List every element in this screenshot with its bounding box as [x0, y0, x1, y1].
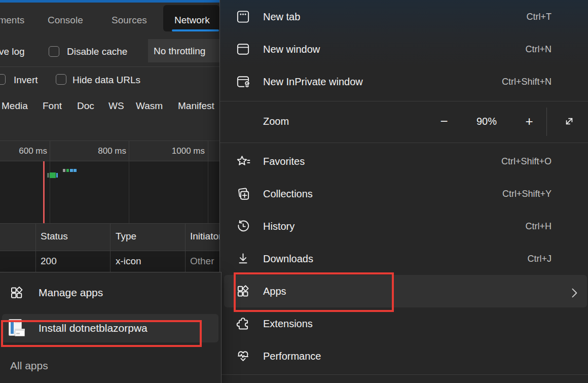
- tab-sources[interactable]: Sources: [112, 15, 147, 26]
- menu-item-label: New tab: [263, 11, 300, 23]
- extensions-icon: [236, 317, 250, 331]
- col-type[interactable]: Type: [116, 231, 136, 242]
- plus-glyph: +: [525, 114, 533, 129]
- tick-1000ms: 1000 ms: [129, 146, 205, 156]
- request-bar[interactable]: [66, 169, 69, 172]
- column-divider[interactable]: [110, 224, 111, 272]
- filter-manifest[interactable]: Manifest: [178, 100, 214, 112]
- waterfall-gridline: [129, 161, 129, 223]
- menu-item-shortcut: Ctrl+T: [527, 12, 552, 22]
- request-bar[interactable]: [56, 173, 58, 178]
- cell-initiator: Other: [190, 256, 214, 267]
- menu-separator: [220, 374, 588, 375]
- zoom-label: Zoom: [263, 116, 289, 127]
- menu-item-shortcut: Ctrl+N: [525, 44, 552, 55]
- menu-item-new-inprivate-window[interactable]: New InPrivate window Ctrl+Shift+N: [220, 66, 588, 97]
- new-window-icon: [236, 42, 250, 57]
- invert-checkbox[interactable]: [0, 74, 6, 85]
- tick-800ms: 800 ms: [50, 146, 126, 156]
- zoom-value: 90%: [466, 106, 507, 137]
- waterfall-gridline: [208, 161, 208, 223]
- column-divider[interactable]: [185, 224, 186, 272]
- favorites-icon: [236, 154, 250, 169]
- column-divider[interactable]: [35, 224, 36, 272]
- menu-item-extensions[interactable]: Extensions: [220, 308, 588, 339]
- new-tab-icon: [236, 10, 250, 24]
- menu-item-performance[interactable]: Performance: [220, 340, 588, 372]
- network-waterfall[interactable]: [0, 161, 219, 223]
- throttling-value: No throttling: [154, 46, 205, 57]
- filter-ws[interactable]: WS: [108, 100, 124, 112]
- active-tab-underline: [172, 29, 219, 31]
- hide-data-urls-checkbox[interactable]: [56, 74, 66, 85]
- history-icon: [236, 219, 250, 234]
- load-event-marker: [43, 161, 45, 223]
- menu-item-label: Extensions: [263, 318, 313, 330]
- col-status[interactable]: Status: [41, 231, 68, 242]
- menu-separator: [220, 101, 588, 101]
- downloads-icon: [236, 252, 250, 266]
- submenu-item-label: All apps: [10, 360, 48, 372]
- submenu-item-manage-apps[interactable]: Manage apps: [0, 278, 221, 307]
- menu-item-new-window[interactable]: New window Ctrl+N: [220, 33, 588, 65]
- menu-item-shortcut: Ctrl+Shift+Y: [502, 189, 552, 199]
- hide-data-urls-label: Hide data URLs: [72, 75, 140, 86]
- highlight-box-apps: [234, 272, 394, 312]
- inprivate-icon: [236, 75, 250, 89]
- submenu-item-all-apps[interactable]: All apps: [0, 354, 221, 378]
- filter-media[interactable]: Media: [2, 100, 28, 112]
- request-bar[interactable]: [70, 169, 73, 172]
- fullscreen-button[interactable]: [558, 106, 581, 137]
- timeline-ruler: 600 ms 800 ms 1000 ms: [0, 141, 219, 161]
- performance-icon: [236, 349, 250, 364]
- screen: Elements Console Sources Network Preserv…: [0, 0, 588, 383]
- ruler-gridline: [208, 141, 208, 161]
- manage-apps-icon: [9, 285, 24, 300]
- browser-menu: New tab Ctrl+T New window Ctrl+N New InP…: [219, 0, 588, 383]
- menu-item-shortcut: Ctrl+J: [527, 254, 552, 264]
- request-bar[interactable]: [47, 173, 49, 178]
- filter-wasm[interactable]: Wasm: [136, 100, 163, 112]
- collections-icon: [236, 187, 250, 201]
- minus-glyph: −: [440, 114, 448, 129]
- fullscreen-icon: [563, 115, 576, 128]
- zoom-in-button[interactable]: +: [518, 106, 541, 137]
- zoom-divider: [546, 108, 547, 136]
- zoom-out-button[interactable]: −: [432, 106, 456, 137]
- menu-item-favorites[interactable]: Favorites Ctrl+Shift+O: [220, 146, 588, 177]
- menu-item-shortcut: Ctrl+Shift+N: [502, 77, 552, 87]
- disable-cache-checkbox[interactable]: [49, 46, 59, 57]
- invert-label: Invert: [14, 75, 38, 86]
- menu-item-shortcut: Ctrl+Shift+O: [501, 156, 552, 167]
- requests-table: Status Type Initiator 200 x-icon Other: [0, 223, 219, 272]
- menu-item-label: History: [263, 221, 295, 232]
- devtools-focus-strip: [0, 0, 219, 3]
- tab-console[interactable]: Console: [48, 15, 83, 26]
- menu-item-history[interactable]: History Ctrl+H: [220, 211, 588, 242]
- menu-item-collections[interactable]: Collections Ctrl+Shift+Y: [220, 178, 588, 210]
- menu-item-label: New window: [263, 44, 320, 55]
- chevron-right-icon: [567, 286, 578, 297]
- waterfall-gridline: [50, 161, 50, 223]
- menu-item-shortcut: Ctrl+H: [525, 221, 552, 232]
- menu-item-label: Downloads: [263, 253, 313, 265]
- submenu-item-label: Manage apps: [39, 287, 103, 299]
- request-bar[interactable]: [63, 169, 65, 172]
- menu-item-label: Favorites: [263, 156, 305, 167]
- filter-doc[interactable]: Doc: [77, 100, 94, 112]
- menu-item-downloads[interactable]: Downloads Ctrl+J: [220, 243, 588, 274]
- filter-font[interactable]: Font: [43, 100, 62, 112]
- request-bar[interactable]: [74, 169, 77, 172]
- cell-status: 200: [41, 256, 57, 267]
- menu-item-new-tab[interactable]: New tab Ctrl+T: [220, 1, 588, 32]
- highlight-box-install: [1, 320, 202, 347]
- preserve-log-label: Preserve log: [0, 46, 25, 57]
- menu-item-label: Performance: [263, 351, 321, 362]
- menu-separator: [220, 143, 588, 143]
- toolbar-divider: [0, 66, 219, 67]
- tab-elements[interactable]: Elements: [0, 15, 24, 26]
- col-initiator[interactable]: Initiator: [190, 231, 222, 242]
- menu-item-label: Collections: [263, 188, 313, 200]
- request-bar[interactable]: [50, 172, 56, 178]
- tab-network-label: Network: [174, 15, 210, 26]
